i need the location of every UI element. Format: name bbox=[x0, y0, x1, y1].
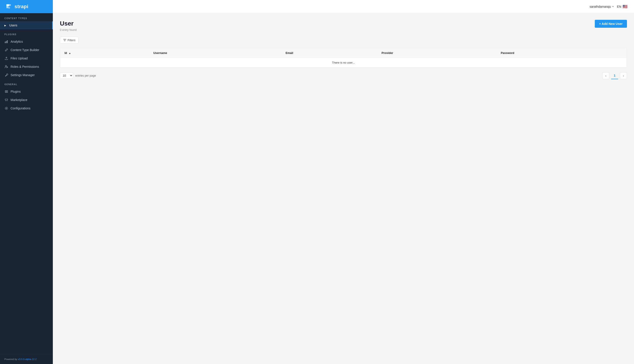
table-container: Id ▲ Username Email Provider bbox=[60, 48, 627, 68]
plugins-icon bbox=[4, 90, 8, 94]
topbar: sarathdamaraju ▾ EN 🇺🇸 bbox=[53, 0, 634, 13]
chevron-right-icon: ▶ bbox=[4, 24, 6, 27]
svg-rect-1 bbox=[6, 41, 6, 43]
sidebar-item-content-type-builder[interactable]: Content Type Builder bbox=[0, 46, 53, 54]
current-page-number: 1 bbox=[611, 72, 618, 79]
content-area: User 0 entry found + Add New User Filter… bbox=[53, 13, 634, 364]
sidebar-item-configurations[interactable]: Configurations bbox=[0, 104, 53, 112]
col-id[interactable]: Id ▲ bbox=[60, 48, 149, 58]
per-page-select[interactable]: 10 25 50 bbox=[60, 72, 73, 79]
sidebar-section-plugins: Plugins bbox=[0, 29, 53, 38]
strapi-logo-icon bbox=[4, 3, 12, 10]
col-username: Username bbox=[149, 48, 281, 58]
sidebar-item-configurations-label: Configurations bbox=[10, 106, 30, 110]
wrench-icon bbox=[4, 73, 8, 77]
sidebar-item-content-type-builder-label: Content Type Builder bbox=[10, 48, 40, 52]
sidebar-section-content-types: Content Types bbox=[0, 13, 53, 21]
svg-point-3 bbox=[5, 65, 6, 67]
per-page-group: 10 25 50 entries per page bbox=[60, 72, 96, 79]
sidebar-header: strapi bbox=[0, 0, 53, 13]
topbar-user-menu[interactable]: sarathdamaraju ▾ bbox=[590, 5, 613, 8]
table-body: There is no user... bbox=[60, 58, 627, 67]
sidebar-item-plugins-label: Plugins bbox=[10, 90, 21, 93]
sidebar-item-roles-permissions-label: Roles & Permissions bbox=[10, 65, 39, 68]
filter-button-label: Filters bbox=[68, 38, 75, 42]
marketplace-icon bbox=[4, 98, 8, 102]
col-provider-label: Provider bbox=[382, 51, 393, 54]
per-page-label: entries per page bbox=[75, 74, 96, 77]
sidebar-item-analytics-label: Analytics bbox=[10, 40, 23, 43]
flag-icon: 🇺🇸 bbox=[622, 4, 628, 9]
sidebar-item-roles-permissions[interactable]: Roles & Permissions bbox=[0, 62, 53, 71]
empty-row: There is no user... bbox=[60, 58, 627, 67]
sidebar-item-settings-manager-label: Settings Manager bbox=[10, 73, 35, 77]
svg-point-10 bbox=[6, 108, 7, 109]
svg-rect-6 bbox=[5, 91, 8, 92]
footer-version-link[interactable]: v3.0.0-alpha.12.2 bbox=[18, 358, 36, 360]
empty-message: There is no user... bbox=[60, 58, 627, 67]
svg-rect-0 bbox=[5, 42, 6, 43]
sidebar-logo-text: strapi bbox=[14, 4, 28, 10]
sidebar-section-general: General bbox=[0, 79, 53, 87]
pagination-bar: 10 25 50 entries per page ‹ 1 › bbox=[60, 72, 627, 79]
next-page-button[interactable]: › bbox=[620, 72, 627, 79]
svg-rect-5 bbox=[5, 90, 8, 91]
svg-point-9 bbox=[7, 101, 7, 101]
col-password-label: Password bbox=[501, 51, 514, 54]
roles-icon bbox=[4, 65, 8, 69]
main-content: sarathdamaraju ▾ EN 🇺🇸 User 0 entry foun… bbox=[53, 0, 634, 364]
chevron-down-icon: ▾ bbox=[612, 5, 614, 8]
language-code: EN bbox=[617, 5, 621, 8]
sidebar-item-marketplace-label: Marketplace bbox=[10, 98, 27, 102]
sidebar-item-marketplace[interactable]: Marketplace bbox=[0, 96, 53, 104]
filters-button[interactable]: Filters bbox=[60, 37, 78, 44]
sidebar-item-users-label: Users bbox=[9, 24, 18, 27]
add-new-user-button[interactable]: + Add New User bbox=[595, 20, 627, 28]
svg-rect-2 bbox=[7, 40, 8, 43]
gear-icon bbox=[4, 106, 8, 110]
sidebar-item-plugins[interactable]: Plugins bbox=[0, 87, 53, 96]
page-title: User bbox=[60, 20, 76, 27]
sidebar-item-analytics[interactable]: Analytics bbox=[0, 38, 53, 46]
svg-rect-7 bbox=[5, 92, 8, 93]
sidebar-item-users[interactable]: ▶ Users bbox=[0, 21, 53, 29]
prev-page-button[interactable]: ‹ bbox=[602, 72, 609, 79]
sidebar-footer: Powered by v3.0.0-alpha.12.2 bbox=[0, 354, 53, 364]
entry-count: 0 entry found bbox=[60, 28, 76, 32]
sidebar-item-settings-manager[interactable]: Settings Manager bbox=[0, 71, 53, 79]
sort-asc-icon: ▲ bbox=[69, 52, 71, 54]
col-email-label: Email bbox=[286, 51, 293, 54]
topbar-language: EN 🇺🇸 bbox=[617, 4, 628, 9]
page-header: User 0 entry found + Add New User bbox=[60, 20, 627, 32]
col-provider: Provider bbox=[377, 48, 496, 58]
page-nav: ‹ 1 › bbox=[602, 72, 627, 79]
col-username-label: Username bbox=[153, 51, 167, 54]
footer-prefix: Powered by bbox=[4, 358, 18, 360]
analytics-icon bbox=[4, 40, 8, 44]
filters-bar: Filters bbox=[60, 37, 627, 44]
svg-point-8 bbox=[6, 101, 6, 101]
col-id-label: Id bbox=[64, 51, 67, 54]
table-header: Id ▲ Username Email Provider bbox=[60, 48, 627, 58]
filter-icon bbox=[63, 38, 66, 42]
page-title-group: User 0 entry found bbox=[60, 20, 76, 32]
sidebar-item-files-upload-label: Files Upload bbox=[10, 56, 28, 60]
sidebar-item-files-upload[interactable]: Files Upload bbox=[0, 54, 53, 62]
topbar-username: sarathdamaraju bbox=[590, 5, 611, 8]
sidebar: strapi Content Types ▶ Users Plugins Ana… bbox=[0, 0, 53, 364]
upload-icon bbox=[4, 56, 8, 60]
pencil-icon bbox=[4, 48, 8, 52]
users-table: Id ▲ Username Email Provider bbox=[60, 48, 627, 68]
col-password: Password bbox=[496, 48, 627, 58]
col-email: Email bbox=[281, 48, 377, 58]
table-header-row: Id ▲ Username Email Provider bbox=[60, 48, 627, 58]
